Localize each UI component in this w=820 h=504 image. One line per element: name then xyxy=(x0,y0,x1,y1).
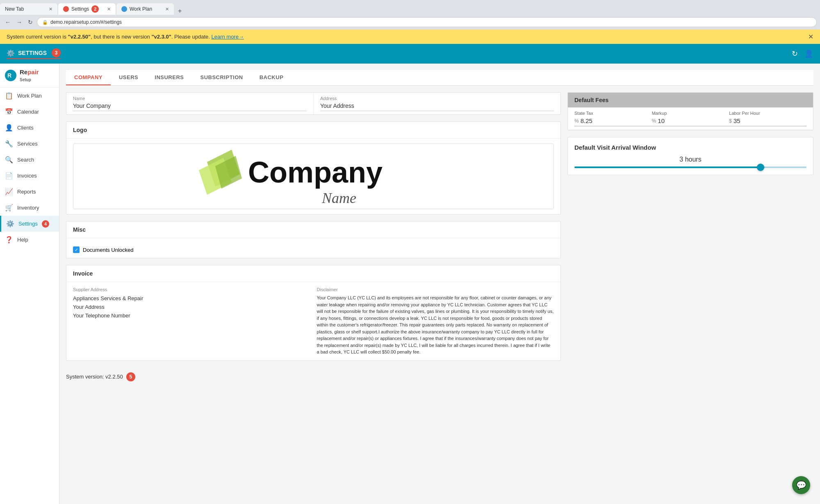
sidebar-item-settings[interactable]: ⚙️ Settings 4 xyxy=(0,216,59,232)
company-address-field: Address Your Address xyxy=(314,93,560,114)
logo-text: RepairSetup xyxy=(20,68,39,82)
back-button[interactable]: ← xyxy=(3,18,12,26)
settings-header-label: ⚙️ SETTINGS 3 xyxy=(7,48,61,59)
company-address-label: Address xyxy=(320,96,554,101)
page-content: COMPANY USERS INSURERS SUBSCRIPTION BACK… xyxy=(59,64,820,504)
tab-bar: New Tab ✕ Settings 2 ✕ Work Plan ✕ + xyxy=(0,0,820,15)
learn-more-link[interactable]: Learn more→ xyxy=(211,34,244,40)
tab-new-tab[interactable]: New Tab ✕ xyxy=(0,3,57,15)
documents-unlocked-label: Documents Unlocked xyxy=(83,247,134,253)
url-text: demo.repairsetup.com/#/settings xyxy=(50,19,122,25)
settings-tab-badge: 2 xyxy=(91,5,99,13)
invoice-section-title: Invoice xyxy=(66,265,560,282)
markup-prefix: % xyxy=(652,118,656,124)
user-icon[interactable]: 👤 xyxy=(804,49,813,58)
supplier-line-3: Your Telephone Number xyxy=(73,312,310,320)
settings-icon: ⚙️ xyxy=(6,220,14,228)
tab-label: New Tab xyxy=(5,6,24,12)
new-tab-button[interactable]: + xyxy=(175,7,185,15)
header-badge-3: 3 xyxy=(52,48,61,57)
header-actions: ↻ 👤 xyxy=(792,49,813,58)
sidebar-item-help[interactable]: ❓ Help xyxy=(0,232,59,248)
tab-settings[interactable]: Settings 2 ✕ xyxy=(58,3,116,15)
tab-insurers[interactable]: INSURERS xyxy=(146,70,192,85)
reload-button[interactable]: ↻ xyxy=(26,18,34,26)
left-panel: Name Your Company Address Your Address L… xyxy=(66,92,561,386)
system-version-badge: 5 xyxy=(126,372,135,381)
app-header: ⚙️ SETTINGS 3 ↻ 👤 xyxy=(0,44,820,64)
sidebar-item-search[interactable]: 🔍 Search xyxy=(0,152,59,168)
company-info-card: Name Your Company Address Your Address xyxy=(66,92,561,115)
logo-icon: R xyxy=(4,69,17,82)
refresh-icon[interactable]: ↻ xyxy=(792,49,798,58)
address-bar: ← → ↻ 🔒 demo.repairsetup.com/#/settings xyxy=(0,15,820,30)
settings-title: SETTINGS xyxy=(18,50,47,56)
sidebar-label-inventory: Inventory xyxy=(17,205,39,211)
close-workplan-tab-icon[interactable]: ✕ xyxy=(165,7,169,12)
labor-number[interactable]: 35 xyxy=(733,117,740,124)
sidebar-label-reports: Reports xyxy=(17,189,36,195)
forward-button[interactable]: → xyxy=(15,18,24,26)
sidebar-item-inventory[interactable]: 🛒 Inventory xyxy=(0,200,59,216)
company-name-value[interactable]: Your Company xyxy=(73,103,307,111)
url-bar[interactable]: 🔒 demo.repairsetup.com/#/settings xyxy=(37,17,817,27)
sidebar-label-clients: Clients xyxy=(17,125,34,131)
sidebar-item-clients[interactable]: 👤 Clients xyxy=(0,120,59,136)
markup-number[interactable]: 10 xyxy=(658,117,665,124)
invoice-card: Invoice Supplier Address Appliances Serv… xyxy=(66,265,561,361)
sidebar-item-calendar[interactable]: 📅 Calendar xyxy=(0,104,59,120)
company-address-value[interactable]: Your Address xyxy=(320,103,554,111)
tab-settings-label: Settings xyxy=(71,6,89,12)
invoice-section: Supplier Address Appliances Services & R… xyxy=(66,282,560,360)
fees-header: Default Fees xyxy=(568,93,813,107)
slider-thumb[interactable] xyxy=(757,164,764,171)
sidebar-label-search: Search xyxy=(17,157,34,163)
chat-fab[interactable]: 💬 xyxy=(792,476,810,494)
default-fees-card: Default Fees State Tax % 8.25 Markup xyxy=(567,92,813,130)
svg-text:R: R xyxy=(7,72,11,79)
close-tab-icon[interactable]: ✕ xyxy=(49,7,52,12)
slider-fill xyxy=(574,166,760,168)
right-panel: Default Fees State Tax % 8.25 Markup xyxy=(567,92,813,386)
browser-chrome: New Tab ✕ Settings 2 ✕ Work Plan ✕ + ← →… xyxy=(0,0,820,30)
settings-tab-favicon xyxy=(63,6,69,12)
tab-workplan[interactable]: Work Plan ✕ xyxy=(116,3,174,15)
sidebar-label-workplan: Work Plan xyxy=(17,93,42,99)
state-tax-value: % 8.25 xyxy=(574,117,652,126)
sidebar-item-services[interactable]: 🔧 Services xyxy=(0,136,59,152)
sidebar-item-reports[interactable]: 📈 Reports xyxy=(0,184,59,200)
sidebar-label-help: Help xyxy=(17,237,28,243)
company-info: Name Your Company Address Your Address xyxy=(66,93,560,114)
sidebar-label-services: Services xyxy=(17,141,38,147)
visit-window-title: Default Visit Arrival Window xyxy=(574,144,806,151)
inventory-icon: 🛒 xyxy=(5,204,13,212)
workplan-icon: 📋 xyxy=(5,92,13,100)
company-logo-svg: Company Name xyxy=(195,146,433,207)
invoices-icon: 📄 xyxy=(5,172,13,180)
sidebar-label-calendar: Calendar xyxy=(17,109,39,115)
sidebar-item-invoices[interactable]: 📄 Invoices xyxy=(0,168,59,184)
sidebar-item-workplan[interactable]: 📋 Work Plan xyxy=(0,88,59,104)
supplier-address-value: Appliances Services & Repair Your Addres… xyxy=(73,294,310,320)
tab-company[interactable]: COMPANY xyxy=(66,70,111,85)
logo-card: Logo Company xyxy=(66,121,561,214)
close-settings-tab-icon[interactable]: ✕ xyxy=(107,7,111,12)
notification-bar: System current version is "v2.2.50", but… xyxy=(0,30,820,44)
sidebar-settings-badge: 4 xyxy=(42,220,49,228)
state-tax-prefix: % xyxy=(574,118,579,124)
documents-unlocked-checkbox[interactable]: ✓ xyxy=(73,246,80,253)
slider-track xyxy=(574,166,806,168)
clients-icon: 👤 xyxy=(5,124,13,132)
tab-users[interactable]: USERS xyxy=(111,70,146,85)
close-notification-icon[interactable]: ✕ xyxy=(808,33,813,41)
labor-item: Labor Per Hour $ 35 xyxy=(729,111,806,126)
sidebar-label-invoices: Invoices xyxy=(17,173,37,179)
state-tax-number[interactable]: 8.25 xyxy=(581,117,592,124)
tab-backup[interactable]: BACKUP xyxy=(251,70,292,85)
content-columns: Name Your Company Address Your Address L… xyxy=(66,92,813,386)
gear-icon: ⚙️ xyxy=(7,49,15,57)
tab-subscription[interactable]: SUBSCRIPTION xyxy=(192,70,251,85)
search-icon: 🔍 xyxy=(5,156,13,164)
disclaimer-text: Your Company LLC (YC LLC) and its employ… xyxy=(317,294,554,356)
documents-unlocked-row: ✓ Documents Unlocked xyxy=(73,246,554,253)
